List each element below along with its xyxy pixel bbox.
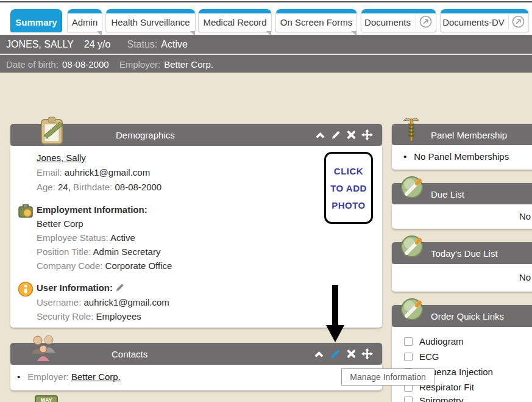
contacts-body: Employer: Better Corp. — [10, 365, 382, 390]
tab-admin[interactable]: Admin — [67, 9, 102, 32]
page: Summary Admin Health Surveillance Medica… — [0, 0, 532, 402]
contact-employer-line: Employer: Better Corp. — [17, 371, 121, 382]
tab-accent-bar — [361, 9, 436, 13]
patient-name: JONES, SALLY — [6, 39, 74, 50]
patient-banner-row2: Date of birth: 08-08-2000 Employer: Bett… — [0, 56, 532, 73]
order-quick-links-title: Order Quick Links — [431, 311, 504, 321]
move-icon[interactable] — [361, 348, 373, 360]
email-line: Email: auhrick1@gmail.com — [37, 167, 150, 178]
family-icon — [26, 333, 59, 367]
thermometer-ball-icon — [398, 174, 426, 204]
dob-value: 08-08-2000 — [62, 59, 109, 70]
panel-membership-header[interactable]: Panel Membership — [392, 124, 532, 145]
tab-accent-bar — [441, 9, 528, 13]
thermometer-ball-icon — [398, 296, 426, 326]
tab-medical-record[interactable]: Medical Record — [198, 9, 272, 32]
tab-divider — [416, 14, 416, 29]
caduceus-icon — [402, 116, 420, 146]
username-line: Username: auhrick1@gmail.com — [37, 297, 169, 307]
tab-label: Medical Record — [199, 17, 271, 27]
tab-accent-bar — [68, 9, 102, 13]
patient-banner: JONES, SALLY 24 y/o Status: Active Date … — [0, 35, 532, 73]
order-item: ECG — [404, 351, 439, 362]
todays-due-list-header[interactable]: Today's Due List — [392, 242, 532, 264]
contacts-header[interactable]: Contacts — [10, 343, 382, 365]
status-value: Active — [161, 39, 188, 50]
tab-documents-dv[interactable]: Documents-DV — [440, 9, 529, 32]
tab-on-screen-forms[interactable]: On Screen Forms — [275, 9, 357, 32]
order-item: Audiogram — [404, 336, 464, 346]
tooltip: Manage Information — [341, 368, 434, 386]
position-title-line: Position Title: Admin Secretary — [37, 246, 160, 257]
tab-accent-bar — [106, 9, 195, 13]
order-quick-links-body: Audiogram ECG Influenza Injection Respir… — [392, 327, 532, 402]
due-list-body: No — [392, 204, 532, 229]
company-code-line: Company Code: Corporate Office — [37, 260, 172, 271]
due-list-header[interactable]: Due List — [392, 183, 532, 204]
tab-label: Summary — [11, 17, 62, 27]
demographics-header[interactable]: Demographics — [10, 124, 382, 146]
add-photo-button[interactable]: CLICK TO ADD PHOTO — [324, 152, 373, 224]
tab-label: On Screen Forms — [276, 17, 356, 27]
checkbox-ecg[interactable] — [404, 353, 413, 361]
tab-accent-bar — [276, 9, 356, 13]
open-external-icon[interactable] — [419, 15, 432, 31]
tab-divider — [508, 14, 509, 29]
panel-membership-title: Panel Membership — [431, 129, 507, 140]
security-role-line: Security Role: Employees — [37, 311, 141, 321]
order-quick-links-header[interactable]: Order Quick Links — [392, 305, 532, 327]
patient-banner-row1: JONES, SALLY 24 y/o Status: Active — [0, 35, 532, 55]
todays-due-list-body: No — [392, 264, 532, 292]
collapse-icon[interactable] — [315, 131, 325, 138]
close-icon[interactable] — [347, 131, 356, 140]
tab-label: Health Surveillance — [106, 17, 195, 27]
tab-label: Documents — [361, 17, 414, 27]
contacts-title: Contacts — [112, 349, 147, 359]
todays-due-list-text: No — [519, 272, 531, 282]
checkbox-spirometry[interactable] — [404, 397, 413, 402]
employee-status-line: Employee Status: Active — [37, 232, 135, 243]
top-rule — [0, 1, 532, 2]
employment-heading: Employment Information: — [37, 204, 147, 215]
tab-accent-bar — [199, 9, 271, 13]
tab-documents[interactable]: Documents — [361, 9, 436, 32]
due-list-text: No — [519, 211, 531, 221]
employer-value: Better Corp. — [164, 59, 213, 70]
edit-icon[interactable] — [331, 130, 341, 140]
patient-age: 24 y/o — [84, 39, 111, 50]
checkbox-audiogram[interactable] — [404, 337, 413, 346]
user-info-heading: User Information: — [37, 282, 125, 293]
tab-label: Documents-DV — [441, 17, 506, 27]
tab-summary[interactable]: Summary — [10, 9, 62, 32]
status-label: Status: — [127, 39, 157, 50]
demographics-title: Demographics — [116, 130, 175, 140]
close-icon[interactable] — [347, 350, 356, 359]
employer-name: Better Corp — [37, 218, 83, 229]
info-icon — [18, 281, 34, 300]
open-external-icon[interactable] — [512, 15, 525, 31]
order-item: Spirometry — [404, 395, 464, 402]
calendar-month-icon: MAY — [35, 395, 58, 402]
dob-label: Date of birth: — [6, 59, 59, 70]
edit-icon-highlighted[interactable] — [330, 348, 341, 360]
thermometer-ball-icon — [398, 234, 426, 263]
clipboard-icon — [35, 115, 69, 149]
annotation-arrow-icon — [326, 285, 344, 346]
patient-name-link[interactable]: Jones, Sally — [37, 153, 86, 163]
employer-label: Employer: — [119, 59, 161, 70]
edit-user-info-icon[interactable] — [115, 282, 125, 292]
todays-due-list-title: Today's Due List — [431, 248, 498, 259]
collapse-icon[interactable] — [314, 350, 324, 357]
contact-employer-link[interactable]: Better Corp. — [71, 371, 121, 382]
briefcase-icon — [18, 203, 34, 221]
move-icon[interactable] — [361, 129, 373, 141]
panel-membership-body: No Panel Memberships — [392, 145, 532, 170]
tab-health-surveillance[interactable]: Health Surveillance — [105, 9, 196, 32]
age-line: Age: 24, Birthdate: 08-08-2000 — [37, 182, 161, 192]
no-panel-memberships: No Panel Memberships — [403, 151, 509, 162]
tab-label: Admin — [68, 17, 102, 27]
due-list-title: Due List — [431, 188, 464, 199]
